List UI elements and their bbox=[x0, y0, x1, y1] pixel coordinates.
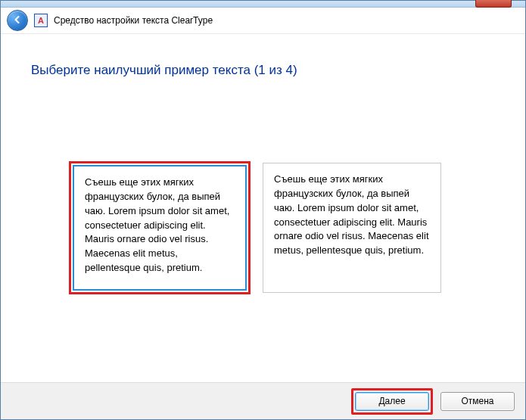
back-button[interactable] bbox=[7, 10, 28, 31]
wizard-window: A Средство настройки текста ClearType Вы… bbox=[0, 0, 526, 420]
page-heading: Выберите наилучший пример текста (1 из 4… bbox=[31, 63, 495, 78]
next-button[interactable]: Далее bbox=[355, 392, 429, 411]
text-sample-1[interactable]: Съешь еще этих мягких французских булок,… bbox=[73, 165, 247, 291]
content-area: Выберите наилучший пример текста (1 из 4… bbox=[1, 34, 525, 382]
sample-1-text: Съешь еще этих мягких французских булок,… bbox=[85, 176, 229, 273]
next-button-highlight: Далее bbox=[351, 388, 433, 415]
sample-1-highlight: Съешь еще этих мягких французских булок,… bbox=[69, 161, 251, 294]
header-bar: A Средство настройки текста ClearType bbox=[1, 8, 525, 34]
arrow-left-icon bbox=[13, 14, 22, 26]
window-title: Средство настройки текста ClearType bbox=[54, 15, 213, 26]
window-close-button[interactable] bbox=[475, 0, 512, 8]
window-titlebar bbox=[1, 1, 525, 8]
button-bar: Далее Отмена bbox=[1, 382, 525, 419]
sample-2-text: Съешь еще этих мягких французских булок,… bbox=[274, 173, 429, 256]
text-sample-2[interactable]: Съешь еще этих мягких французских булок,… bbox=[263, 163, 441, 293]
cancel-button[interactable]: Отмена bbox=[440, 392, 515, 411]
sample-row: Съешь еще этих мягких французских булок,… bbox=[69, 161, 495, 294]
cleartype-icon: A bbox=[34, 14, 48, 27]
sample-2-wrap: Съешь еще этих мягких французских булок,… bbox=[261, 161, 443, 294]
